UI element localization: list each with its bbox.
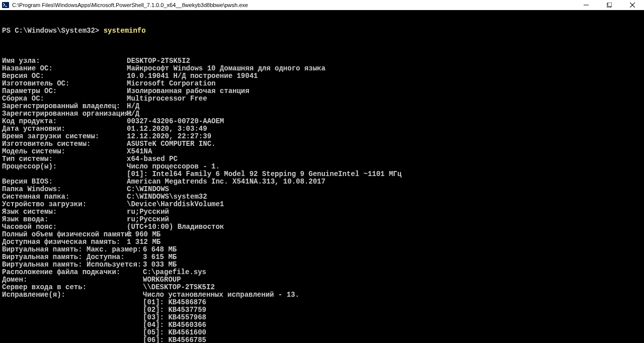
terminal-area[interactable]: PS C:\Windows\System32> systeminfo Имя у… bbox=[0, 10, 644, 343]
output-label: Расположение файла подкачки: bbox=[2, 269, 143, 276]
output-value: Н/Д bbox=[127, 102, 139, 110]
output-row: Процессор(ы):Число процессоров - 1. bbox=[2, 163, 642, 170]
output-value: Multiprocessor Free bbox=[127, 95, 207, 103]
output-value: WORKGROUP bbox=[143, 276, 181, 284]
output-row: Модель системы:X541NA bbox=[2, 148, 642, 155]
output-row: Дата установки:01.12.2020, 3:03:49 bbox=[2, 125, 642, 133]
output-value: \Device\HarddiskVolume1 bbox=[127, 200, 224, 208]
output-value: ASUSTeK COMPUTER INC. bbox=[127, 140, 215, 148]
output-row: Системная папка:C:\WINDOWS\system32 bbox=[2, 193, 642, 201]
output-value: 6 648 МБ bbox=[143, 245, 177, 253]
prompt-line: PS C:\Windows\System32> systeminfo bbox=[2, 27, 642, 35]
output-value: x64-based PC bbox=[127, 155, 178, 163]
titlebar-left: C:\Program Files\WindowsApps\Microsoft.P… bbox=[2, 2, 248, 9]
output-label: Доступная физическая память: bbox=[2, 238, 127, 246]
output-label: Код продукта: bbox=[2, 118, 127, 125]
output-value: Изолированная рабочая станция bbox=[127, 87, 250, 95]
output-label: Исправление(я): bbox=[2, 291, 143, 299]
prompt-path: PS C:\Windows\System32> bbox=[2, 27, 104, 35]
output-label: Домен: bbox=[2, 276, 143, 284]
output-label: Системная папка: bbox=[2, 193, 127, 201]
output-row: Виртуальная память: Макс. размер:6 648 М… bbox=[2, 246, 642, 253]
window-controls bbox=[575, 0, 644, 10]
output-value: 12.12.2020, 22:27:39 bbox=[127, 132, 211, 140]
output-row: Сборка ОС:Multiprocessor Free bbox=[2, 95, 642, 103]
output-row: Сервер входа в сеть:\\DESKTOP-2TSK5I2 bbox=[2, 284, 642, 291]
output-label: Тип системы: bbox=[2, 155, 127, 163]
output-label: Сборка ОС: bbox=[2, 95, 127, 103]
output-row: Версия ОС:10.0.19041 Н/Д построение 1904… bbox=[2, 72, 642, 80]
output-row: Папка Windows:C:\WINDOWS bbox=[2, 186, 642, 193]
output-value: (UTC+10:00) Владивосток bbox=[127, 223, 224, 231]
close-button[interactable] bbox=[621, 0, 644, 10]
minimize-button[interactable] bbox=[575, 0, 598, 10]
window-titlebar: C:\Program Files\WindowsApps\Microsoft.P… bbox=[0, 0, 644, 10]
powershell-icon bbox=[2, 2, 9, 9]
output-row: Зарегистрированный владелец:Н/Д bbox=[2, 103, 642, 110]
output-label: Виртуальная память: Доступна: bbox=[2, 253, 143, 261]
output-value: 00327-43206-00720-AAOEM bbox=[127, 117, 224, 125]
output-row: Домен:WORKGROUP bbox=[2, 276, 642, 284]
output-value: Microsoft Corporation bbox=[127, 79, 215, 88]
output-row: Изготовитель ОС:Microsoft Corporation bbox=[2, 80, 642, 88]
output-row: Параметры ОС:Изолированная рабочая станц… bbox=[2, 88, 642, 95]
output-value: C:\WINDOWS\system32 bbox=[127, 193, 207, 201]
output-row: Виртуальная память: Доступна:3 615 МБ bbox=[2, 253, 642, 261]
output-label: Зарегистрированная организация: bbox=[2, 110, 127, 118]
output-row: Виртуальная память: Используется:3 033 М… bbox=[2, 261, 642, 269]
output-continuation: [01]: Intel64 Family 6 Model 92 Stepping… bbox=[2, 170, 642, 178]
output-row: Полный объем физической памяти:3 960 МБ bbox=[2, 231, 642, 238]
output-value: \\DESKTOP-2TSK5I2 bbox=[143, 283, 215, 291]
output-value: Н/Д bbox=[127, 110, 139, 118]
output-row: Доступная физическая память:1 312 МБ bbox=[2, 238, 642, 246]
output-label: Виртуальная память: Макс. размер: bbox=[2, 246, 143, 253]
output-value: ru;Русский bbox=[127, 208, 169, 216]
output-label: Полный объем физической памяти: bbox=[2, 231, 127, 238]
output-value: 3 033 МБ bbox=[143, 261, 177, 269]
output-label: Язык ввода: bbox=[2, 216, 127, 223]
output-label: Время загрузки системы: bbox=[2, 133, 127, 140]
output-value: American Megatrends Inc. X541NA.313, 10.… bbox=[127, 178, 326, 186]
output-row: Код продукта:00327-43206-00720-AAOEM bbox=[2, 118, 642, 125]
output-label: Название ОС: bbox=[2, 65, 127, 72]
output-value: Число процессоров - 1. bbox=[127, 162, 220, 170]
output-row: Версия BIOS:American Megatrends Inc. X54… bbox=[2, 178, 642, 186]
output-row: Время загрузки системы:12.12.2020, 22:27… bbox=[2, 133, 642, 140]
output-label: Сервер входа в сеть: bbox=[2, 284, 143, 291]
output-value: C:\WINDOWS bbox=[127, 185, 169, 193]
output-label: Имя узла: bbox=[2, 57, 127, 65]
output-row: Язык системы:ru;Русский bbox=[2, 208, 642, 216]
output-value: 01.12.2020, 3:03:49 bbox=[127, 125, 207, 133]
output-row: Тип системы:x64-based PC bbox=[2, 155, 642, 163]
output-continuation: [03]: KB4557968 bbox=[2, 314, 642, 321]
output-label: Процессор(ы): bbox=[2, 163, 127, 170]
output-row: Исправление(я):Число установленных испра… bbox=[2, 291, 642, 299]
output-label: Параметры ОС: bbox=[2, 88, 127, 95]
output-value: DESKTOP-2TSK5I2 bbox=[127, 57, 190, 65]
output-value: Число установленных исправлений - 13. bbox=[143, 291, 299, 299]
svg-rect-4 bbox=[608, 3, 612, 7]
output-value: X541NA bbox=[127, 147, 152, 155]
window-title: C:\Program Files\WindowsApps\Microsoft.P… bbox=[12, 2, 248, 8]
output-value: Майкрософт Windows 10 Домашняя для одног… bbox=[127, 64, 326, 72]
output-row: Часовой пояс:(UTC+10:00) Владивосток bbox=[2, 223, 642, 231]
output-label: Изготовитель системы: bbox=[2, 140, 127, 148]
output-row: Устройство загрузки:\Device\HarddiskVolu… bbox=[2, 201, 642, 208]
output-continuation: [01]: KB4586876 bbox=[2, 299, 642, 306]
output-row: Изготовитель системы:ASUSTeK COMPUTER IN… bbox=[2, 140, 642, 148]
terminal-output: Имя узла:DESKTOP-2TSK5I2Название ОС:Майк… bbox=[2, 57, 642, 343]
prompt-command: systeminfo bbox=[104, 27, 146, 35]
output-label: Язык системы: bbox=[2, 208, 127, 216]
output-label: Модель системы: bbox=[2, 148, 127, 155]
output-label: Устройство загрузки: bbox=[2, 201, 127, 208]
svg-rect-0 bbox=[2, 2, 9, 8]
output-row: Имя узла:DESKTOP-2TSK5I2 bbox=[2, 57, 642, 65]
output-label: Изготовитель ОС: bbox=[2, 80, 127, 88]
output-value: 10.0.19041 Н/Д построение 19041 bbox=[127, 72, 258, 80]
output-label: Папка Windows: bbox=[2, 186, 127, 193]
output-label: Версия BIOS: bbox=[2, 178, 127, 186]
output-label: Дата установки: bbox=[2, 125, 127, 133]
maximize-button[interactable] bbox=[598, 0, 621, 10]
output-row: Название ОС:Майкрософт Windows 10 Домашн… bbox=[2, 65, 642, 72]
output-row: Язык ввода:ru;Русский bbox=[2, 216, 642, 223]
